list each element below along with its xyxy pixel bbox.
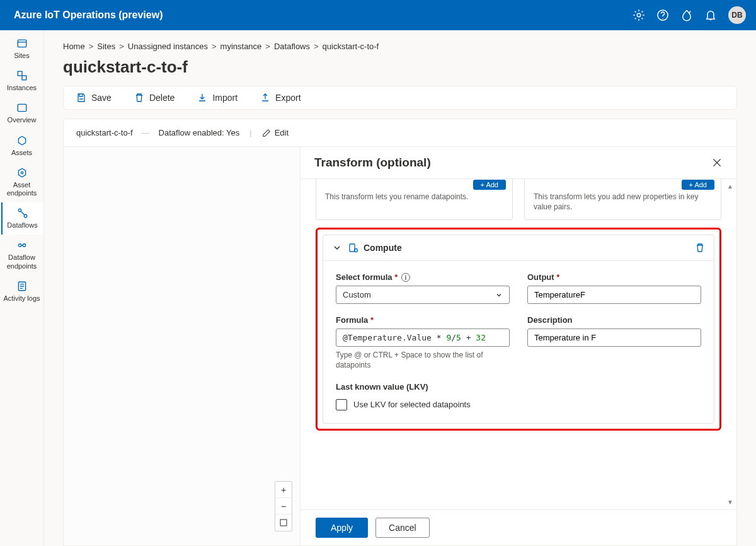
nav-dataflows[interactable]: Dataflows [0, 202, 43, 235]
formula-input[interactable]: @Temperature.Value * 9/5 + 32 [336, 328, 510, 347]
command-bar: Save Delete Import Export [63, 86, 737, 110]
zoom-controls: + − [275, 481, 292, 531]
compute-title: Compute [364, 243, 695, 253]
nav-dataflow-endpoints[interactable]: Dataflow endpoints [0, 235, 43, 275]
crumb-home[interactable]: Home [63, 42, 85, 51]
add-pill: + Add [473, 180, 506, 190]
nav-overview[interactable]: Overview [0, 97, 43, 129]
overview-icon [16, 102, 28, 113]
transform-panel: Transform (optional) ▲ + Add Rename This… [300, 146, 737, 546]
edit-button[interactable]: Edit [262, 128, 289, 137]
formula-hint: Type @ or CTRL + Space to show the list … [336, 351, 510, 370]
save-button[interactable]: Save [76, 93, 112, 103]
svg-rect-13 [350, 244, 355, 252]
dataflow-status: Dataflow enabled: Yes [159, 128, 240, 137]
rename-transform-card[interactable]: + Add Rename This transform lets you ren… [316, 179, 513, 220]
diagnostics-icon[interactable] [680, 9, 693, 21]
svg-rect-2 [18, 40, 26, 47]
select-formula-dropdown[interactable]: Custom [336, 286, 510, 304]
svg-rect-5 [18, 105, 26, 112]
info-icon[interactable]: i [401, 273, 410, 282]
svg-point-9 [18, 244, 21, 247]
svg-rect-12 [280, 520, 287, 526]
zoom-in-button[interactable]: + [275, 482, 292, 498]
rename-desc: This transform lets you rename datapoint… [325, 192, 503, 202]
svg-point-8 [24, 214, 27, 218]
canvas-area[interactable]: + − [63, 146, 300, 546]
nav-instances[interactable]: Instances [0, 65, 43, 97]
nav-sites[interactable]: Sites [0, 33, 43, 65]
assets-icon [16, 135, 28, 146]
svg-point-6 [21, 171, 23, 173]
lkv-title: Last known value (LKV) [336, 382, 701, 392]
output-input[interactable] [527, 286, 701, 304]
breadcrumb: Home> Sites> Unassigned instances> myins… [44, 30, 756, 51]
page-title: quickstart-c-to-f [44, 51, 756, 86]
nav-activity-logs[interactable]: Activity logs [0, 276, 43, 308]
top-bar: Azure IoT Operations (preview) DB [0, 0, 756, 30]
chevron-down-icon[interactable] [332, 243, 342, 253]
lkv-checkbox[interactable] [336, 399, 347, 410]
user-avatar[interactable]: DB [728, 6, 746, 24]
formula-field: Formula * @Temperature.Value * 9/5 + 32 … [336, 315, 510, 370]
new-property-transform-card[interactable]: + Add New property This transform lets y… [524, 179, 721, 220]
scroll-up-icon[interactable]: ▲ [727, 183, 733, 190]
compute-transform-card: Compute Select formula * i Custom [316, 228, 721, 430]
dataflows-icon [17, 207, 28, 219]
import-button[interactable]: Import [197, 93, 238, 103]
svg-rect-4 [22, 76, 26, 80]
sites-icon [16, 38, 28, 49]
panel-title: Transform (optional) [314, 156, 431, 170]
svg-point-7 [18, 209, 21, 212]
notifications-icon[interactable] [704, 9, 717, 21]
select-formula-field: Select formula * i Custom [336, 272, 510, 304]
top-bar-actions: DB [633, 6, 746, 24]
delete-button[interactable]: Delete [134, 93, 175, 103]
nav-assets[interactable]: Assets [0, 130, 43, 162]
export-button[interactable]: Export [260, 93, 301, 103]
side-nav: Sites Instances Overview Assets Asset en… [0, 30, 44, 546]
lkv-checkbox-label: Use LKV for selected datapoints [353, 400, 471, 409]
scroll-down-icon[interactable]: ▼ [727, 499, 733, 506]
activity-logs-icon [16, 281, 28, 292]
instances-icon [16, 70, 28, 81]
add-pill: + Add [682, 180, 714, 190]
newprop-desc: This transform lets you add new properti… [534, 192, 712, 212]
compute-icon [348, 243, 358, 253]
crumb-current: quickstart-c-to-f [323, 42, 379, 51]
asset-endpoints-icon [16, 167, 28, 178]
description-input[interactable] [527, 328, 701, 347]
info-bar: quickstart-c-to-f — Dataflow enabled: Ye… [63, 119, 737, 146]
nav-asset-endpoints[interactable]: Asset endpoints [0, 162, 43, 202]
apply-button[interactable]: Apply [316, 518, 368, 538]
lkv-section: Last known value (LKV) Use LKV for selec… [336, 382, 701, 410]
crumb-unassigned[interactable]: Unassigned instances [128, 42, 208, 51]
dataflow-endpoints-icon [16, 240, 28, 251]
description-field: Description [527, 315, 701, 370]
output-field: Output * [527, 272, 701, 304]
svg-point-0 [637, 13, 641, 17]
panel-footer: Apply Cancel [301, 509, 736, 545]
crumb-instance[interactable]: myinstance [220, 42, 262, 51]
dataflow-name: quickstart-c-to-f [76, 128, 133, 137]
settings-icon[interactable] [633, 9, 645, 21]
zoom-out-button[interactable]: − [275, 498, 292, 514]
trash-icon[interactable] [695, 243, 705, 253]
crumb-sites[interactable]: Sites [97, 42, 115, 51]
crumb-dataflows[interactable]: Dataflows [274, 42, 310, 51]
svg-rect-3 [18, 71, 22, 76]
close-icon[interactable] [711, 157, 723, 168]
svg-point-10 [23, 244, 26, 247]
zoom-fit-button[interactable] [275, 514, 292, 531]
cancel-button[interactable]: Cancel [375, 518, 430, 538]
app-title: Azure IoT Operations (preview) [10, 9, 633, 21]
help-icon[interactable] [656, 9, 669, 21]
